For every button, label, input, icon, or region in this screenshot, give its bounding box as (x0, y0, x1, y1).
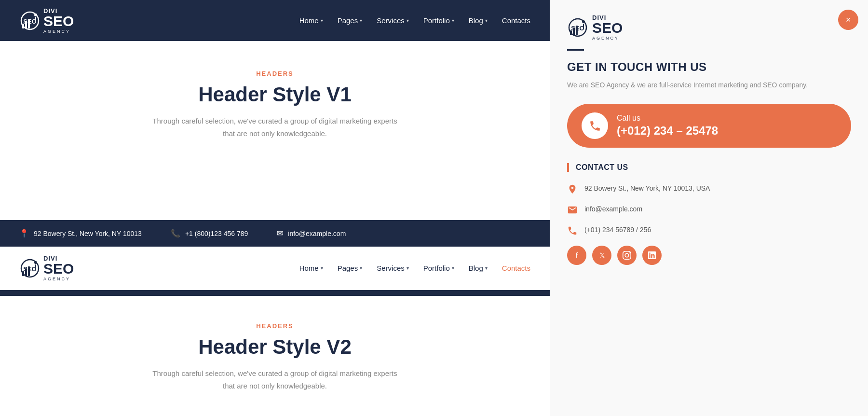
contact-email[interactable]: info@example.com (567, 204, 851, 215)
hero-v1-desc: Through careful selection, we've curated… (149, 115, 400, 139)
header-v2-dark-bar (0, 290, 550, 296)
chevron-icon: ▾ (452, 265, 454, 271)
nav-v1: Home ▾ Pages ▾ Services ▾ Portfolio ▾ Bl… (299, 16, 530, 25)
nav-contacts-v1[interactable]: Contacts (502, 16, 530, 25)
info-address: 📍 92 Bowery St., New York, NY 10013 (19, 229, 142, 238)
nav-home-v1[interactable]: Home ▾ (299, 16, 323, 25)
address-text: 92 Bowery St., New York, NY 10013, USA (584, 183, 710, 194)
logo-agency-v2: AGENCY (43, 277, 74, 281)
svg-point-5 (34, 14, 37, 16)
email-icon: ✉ (277, 229, 283, 238)
envelope-icon (567, 205, 578, 215)
svg-rect-3 (25, 21, 27, 28)
hero-v1-label: HEADERS (19, 70, 530, 77)
svg-rect-2 (22, 24, 24, 28)
location-icon: 📍 (19, 229, 29, 238)
panel-logo-icon: SEO (567, 17, 588, 38)
linkedin-button[interactable] (642, 246, 662, 265)
svg-rect-18 (576, 26, 578, 35)
nav-services-v2[interactable]: Services ▾ (377, 264, 409, 272)
nav-home-v2[interactable]: Home ▾ (299, 264, 323, 272)
hero-v2-title: Header Style V2 (19, 335, 530, 359)
phone-call-icon (589, 120, 601, 132)
call-banner[interactable]: Call us (+012) 234 – 25478 (567, 104, 851, 148)
logo-agency-v1: AGENCY (43, 29, 74, 34)
main-area: SEO DIVI SEO AGENCY Home (0, 0, 550, 416)
right-panel: × SEO DIVI SEO AGENCY GET IN TOUCH WITH … (550, 0, 868, 416)
phone-icon: 📞 (171, 229, 180, 238)
hero-section-v1: HEADERS Header Style V1 Through careful … (0, 41, 550, 220)
panel-logo-seo: SEO (592, 21, 623, 35)
nav-portfolio-v2[interactable]: Portfolio ▾ (423, 264, 454, 272)
svg-point-19 (582, 20, 585, 23)
svg-rect-11 (28, 266, 30, 276)
social-icons: f 𝕏 (567, 246, 851, 265)
header-v2: SEO DIVI SEO AGENCY Home ▾ (0, 247, 550, 290)
panel-heading: GET IN TOUCH WITH US (567, 60, 851, 74)
chevron-icon: ▾ (321, 18, 323, 23)
logo-v1[interactable]: SEO DIVI SEO AGENCY (19, 8, 74, 34)
hero-v2-label: HEADERS (19, 322, 530, 330)
svg-rect-16 (570, 30, 572, 35)
nav-blog-v1[interactable]: Blog ▾ (469, 16, 488, 25)
logo-brand-v1: DIVI SEO AGENCY (43, 8, 74, 34)
svg-rect-10 (25, 268, 27, 276)
facebook-button[interactable]: f (567, 246, 586, 265)
contact-address: 92 Bowery St., New York, NY 10013, USA (567, 183, 851, 194)
svg-rect-4 (28, 19, 30, 28)
info-bar: 📍 92 Bowery St., New York, NY 10013 📞 +1… (0, 220, 550, 247)
logo-v2[interactable]: SEO DIVI SEO AGENCY (19, 255, 74, 281)
phone-icon (567, 225, 578, 236)
chevron-icon: ▾ (360, 265, 362, 271)
nav-pages-v1[interactable]: Pages ▾ (338, 16, 363, 25)
logo-brand-v2: DIVI SEO AGENCY (43, 255, 74, 281)
svg-rect-9 (22, 271, 24, 276)
call-number: (+012) 234 – 25478 (617, 124, 718, 138)
svg-rect-17 (573, 28, 575, 35)
info-email[interactable]: ✉ info@example.com (277, 229, 346, 238)
phone-text: (+01) 234 56789 / 256 (584, 225, 651, 235)
contact-phone[interactable]: (+01) 234 56789 / 256 (567, 225, 851, 236)
instagram-button[interactable] (617, 246, 637, 265)
logo-seo-v2: SEO (43, 262, 74, 276)
twitter-button[interactable]: 𝕏 (592, 246, 611, 265)
chevron-icon: ▾ (321, 265, 323, 271)
logo-seo-v1: SEO (43, 14, 74, 28)
panel-logo[interactable]: SEO DIVI SEO AGENCY (567, 14, 851, 41)
nav-blog-v2[interactable]: Blog ▾ (469, 264, 488, 272)
email-text: info@example.com (584, 204, 642, 214)
nav-v2: Home ▾ Pages ▾ Services ▾ Portfolio ▾ Bl… (299, 264, 530, 272)
hero-v2-desc: Through careful selection, we've curated… (149, 367, 400, 392)
nav-portfolio-v1[interactable]: Portfolio ▾ (423, 16, 454, 25)
panel-divider (567, 49, 584, 51)
panel-logo-agency: AGENCY (592, 36, 623, 41)
call-text: Call us (+012) 234 – 25478 (617, 114, 718, 138)
nav-services-v1[interactable]: Services ▾ (377, 16, 409, 25)
hero-section-v2: HEADERS Header Style V2 Through careful … (0, 296, 550, 416)
chevron-icon: ▾ (485, 18, 488, 23)
chevron-icon: ▾ (485, 265, 488, 271)
svg-point-12 (34, 261, 37, 264)
hero-v1-title: Header Style V1 (19, 83, 530, 106)
chevron-icon: ▾ (360, 18, 362, 23)
panel-subtext: We are SEO Agency & we are full-service … (567, 80, 851, 90)
logo-icon-v2: SEO (19, 258, 41, 279)
nav-pages-v2[interactable]: Pages ▾ (338, 264, 363, 272)
info-phone[interactable]: 📞 +1 (800)123 456 789 (171, 229, 248, 238)
call-label: Call us (617, 114, 718, 123)
chevron-icon: ▾ (452, 18, 454, 23)
close-button[interactable]: × (838, 10, 858, 30)
header-v1: SEO DIVI SEO AGENCY Home (0, 0, 550, 41)
call-icon-circle (582, 112, 608, 139)
logo-icon-v1: SEO (19, 10, 41, 31)
contact-section-title: CONTACT US (567, 163, 851, 172)
nav-contacts-v2[interactable]: Contacts (502, 264, 530, 272)
panel-logo-brand: DIVI SEO AGENCY (592, 14, 623, 41)
chevron-icon: ▾ (407, 265, 409, 271)
map-pin-icon (567, 184, 578, 194)
chevron-icon: ▾ (407, 18, 409, 23)
